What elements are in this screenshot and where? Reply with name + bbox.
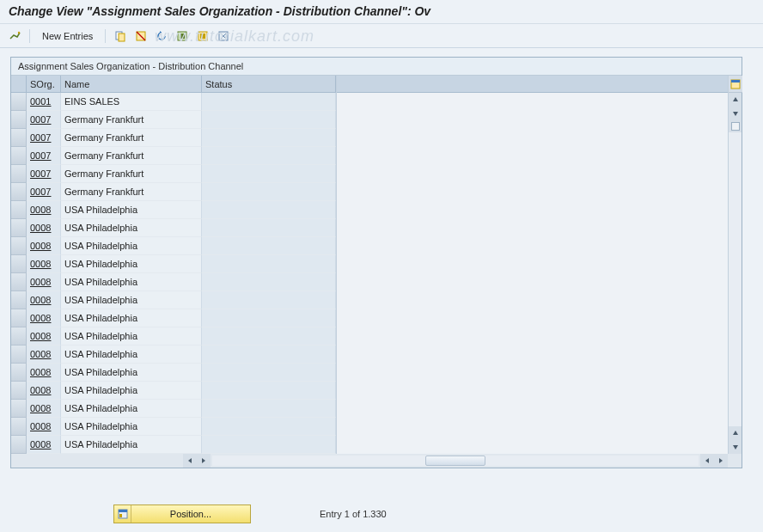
copy-icon[interactable]	[113, 28, 128, 44]
cell-sorg[interactable]: 0008	[27, 345, 61, 364]
cell-sorg[interactable]: 0007	[27, 147, 61, 165]
row-selector[interactable]	[11, 400, 27, 418]
hscroll-thumb[interactable]	[425, 456, 485, 466]
cell-status[interactable]	[202, 418, 336, 436]
header-select-all[interactable]	[11, 76, 27, 93]
cell-status[interactable]	[202, 291, 336, 309]
cell-status[interactable]	[202, 273, 336, 291]
column-header-name[interactable]: Name	[61, 76, 202, 93]
cell-sorg[interactable]: 0007	[27, 165, 61, 183]
cell-sorg[interactable]: 0008	[27, 201, 61, 219]
row-selector[interactable]	[11, 147, 27, 165]
row-selector[interactable]	[11, 201, 27, 219]
scroll-up-icon[interactable]	[729, 93, 742, 107]
row-selector[interactable]	[11, 183, 27, 201]
scroll-track[interactable]	[729, 132, 742, 426]
entry-count-text: Entry 1 of 1.330	[320, 509, 387, 519]
row-selector[interactable]	[11, 129, 27, 147]
table-row: 0007Germany Frankfurt	[11, 165, 336, 183]
svg-rect-10	[731, 80, 740, 83]
table-row: 0007Germany Frankfurt	[11, 183, 336, 201]
row-selector[interactable]	[11, 237, 27, 255]
row-selector[interactable]	[11, 255, 27, 273]
cell-sorg[interactable]: 0007	[27, 129, 61, 147]
cell-sorg[interactable]: 0007	[27, 111, 61, 129]
row-selector[interactable]	[11, 345, 27, 364]
table-row: 0008USA Philadelphia	[11, 436, 336, 454]
cell-status[interactable]	[202, 165, 336, 183]
cell-sorg[interactable]: 0008	[27, 291, 61, 309]
cell-status[interactable]	[202, 400, 336, 418]
cell-sorg[interactable]: 0008	[27, 436, 61, 454]
cell-status[interactable]	[202, 327, 336, 345]
column-header-status[interactable]: Status	[202, 76, 336, 93]
hscroll-track[interactable]	[212, 456, 699, 466]
row-selector[interactable]	[11, 436, 27, 454]
scroll-up-end-icon[interactable]	[729, 426, 742, 440]
table-row: 0007Germany Frankfurt	[11, 111, 336, 129]
cell-status[interactable]	[202, 201, 336, 219]
cell-sorg[interactable]: 0008	[27, 418, 61, 436]
row-selector[interactable]	[11, 93, 27, 111]
scroll-left-end-icon[interactable]	[700, 454, 714, 468]
cell-sorg[interactable]: 0008	[27, 400, 61, 418]
cell-status[interactable]	[202, 93, 336, 111]
cell-status[interactable]	[202, 219, 336, 237]
row-selector[interactable]	[11, 291, 27, 309]
cell-sorg[interactable]: 0008	[27, 364, 61, 382]
cell-sorg[interactable]: 0008	[27, 255, 61, 273]
position-button[interactable]: Position...	[113, 504, 251, 523]
cell-status[interactable]	[202, 129, 336, 147]
select-block-icon[interactable]	[195, 28, 211, 44]
cell-status[interactable]	[202, 237, 336, 255]
scroll-thumb-small[interactable]	[729, 120, 742, 132]
cell-status[interactable]	[202, 436, 336, 454]
row-selector[interactable]	[11, 364, 27, 382]
row-selector[interactable]	[11, 309, 27, 327]
table-row: 0008USA Philadelphia	[11, 273, 336, 291]
delete-icon[interactable]	[133, 28, 149, 44]
cell-status[interactable]	[202, 255, 336, 273]
column-header-sorg[interactable]: SOrg.	[27, 76, 61, 93]
cell-status[interactable]	[202, 111, 336, 129]
undo-icon[interactable]	[154, 28, 169, 44]
cell-status[interactable]	[202, 147, 336, 165]
table-row: 0008USA Philadelphia	[11, 364, 336, 382]
cell-status[interactable]	[202, 309, 336, 327]
scroll-down-icon[interactable]	[729, 440, 742, 454]
cell-sorg[interactable]: 0008	[27, 382, 61, 400]
svg-rect-13	[119, 514, 122, 517]
deselect-all-icon[interactable]	[216, 28, 231, 44]
row-selector[interactable]	[11, 273, 27, 291]
grid-settings-icon[interactable]	[729, 76, 742, 93]
cell-sorg[interactable]: 0007	[27, 183, 61, 201]
cell-sorg[interactable]: 0001	[27, 93, 61, 111]
row-selector[interactable]	[11, 327, 27, 345]
scroll-left-icon[interactable]	[183, 454, 197, 468]
cell-sorg[interactable]: 0008	[27, 219, 61, 237]
cell-sorg[interactable]: 0008	[27, 309, 61, 327]
cell-status[interactable]	[202, 364, 336, 382]
new-entries-button[interactable]: New Entries	[37, 29, 98, 43]
cell-status[interactable]	[202, 382, 336, 400]
row-selector[interactable]	[11, 418, 27, 436]
select-all-icon[interactable]	[174, 28, 190, 44]
other-view-icon[interactable]	[7, 28, 22, 44]
row-selector[interactable]	[11, 111, 27, 129]
row-selector[interactable]	[11, 219, 27, 237]
cell-sorg[interactable]: 0008	[27, 237, 61, 255]
cell-sorg[interactable]: 0008	[27, 273, 61, 291]
table-row: 0008USA Philadelphia	[11, 201, 336, 219]
row-selector[interactable]	[11, 165, 27, 183]
footer-bar: Position... Entry 1 of 1.330	[0, 504, 763, 523]
cell-status[interactable]	[202, 183, 336, 201]
scroll-down-step-icon[interactable]	[729, 107, 742, 120]
horizontal-scrollbar[interactable]	[11, 454, 742, 468]
row-selector[interactable]	[11, 382, 27, 400]
vertical-scrollbar[interactable]	[728, 76, 742, 454]
scroll-right-step-icon[interactable]	[197, 454, 211, 468]
position-icon	[114, 505, 131, 523]
cell-sorg[interactable]: 0008	[27, 327, 61, 345]
scroll-right-icon[interactable]	[714, 454, 728, 468]
cell-status[interactable]	[202, 345, 336, 364]
